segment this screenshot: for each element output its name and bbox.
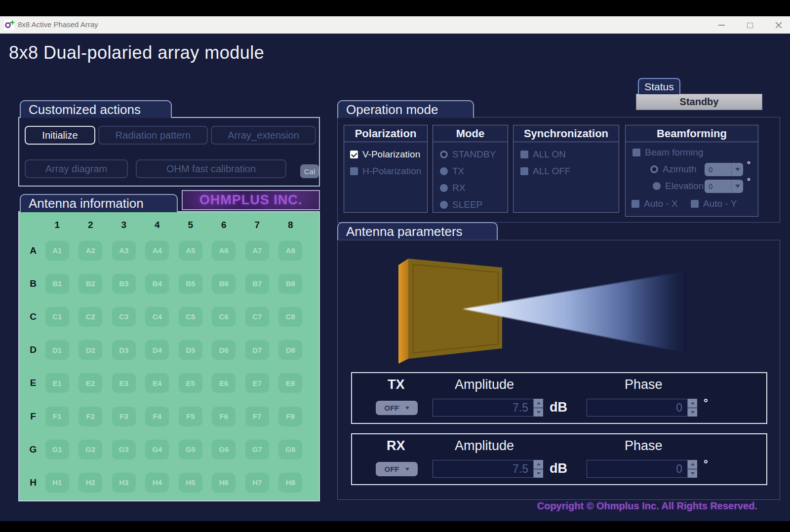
antenna-cell[interactable]: E6 (212, 373, 236, 393)
spin-down-icon[interactable] (688, 469, 697, 478)
v-polarization-option[interactable]: V-Polarization (350, 149, 420, 160)
antenna-cell[interactable]: E8 (278, 373, 302, 393)
antenna-cell[interactable]: F5 (179, 407, 202, 426)
antenna-cell[interactable]: D7 (245, 340, 269, 360)
antenna-cell[interactable]: G1 (45, 440, 69, 459)
antenna-cell[interactable]: C3 (112, 307, 136, 327)
antenna-cell[interactable]: A4 (145, 241, 169, 261)
antenna-cell[interactable]: H3 (112, 473, 136, 493)
azimuth-option[interactable]: Azimuth (650, 164, 697, 175)
radio-selected-icon[interactable] (440, 151, 448, 158)
antenna-cell[interactable]: C5 (179, 307, 202, 327)
elevation-dropdown[interactable]: 0 (705, 180, 743, 193)
auto-y-option[interactable]: Auto - Y (691, 198, 737, 209)
antenna-cell[interactable]: D1 (45, 340, 69, 360)
rx-power-dropdown[interactable]: OFF (376, 462, 418, 476)
mode-option-standby[interactable]: STANDBY (440, 149, 496, 160)
h-polarization-option[interactable]: H-Polarization (350, 166, 421, 177)
antenna-cell[interactable]: D8 (278, 340, 302, 360)
chevron-down-icon[interactable] (731, 163, 743, 176)
antenna-cell[interactable]: F4 (145, 407, 169, 426)
cal-button[interactable]: Cal (300, 164, 319, 178)
antenna-cell[interactable]: F7 (245, 407, 269, 426)
tx-amplitude-input[interactable]: 7.5 (433, 399, 534, 417)
antenna-cell[interactable]: H4 (145, 473, 169, 493)
antenna-cell[interactable]: H8 (278, 473, 302, 493)
spin-up-icon[interactable] (688, 399, 697, 408)
radio-icon[interactable] (440, 201, 448, 209)
antenna-cell[interactable]: A5 (179, 241, 202, 261)
antenna-cell[interactable]: A8 (278, 241, 302, 261)
array-extension-button[interactable]: Array_extension (211, 126, 316, 145)
antenna-cell[interactable]: D5 (179, 340, 202, 360)
antenna-cell[interactable]: B6 (212, 274, 236, 294)
antenna-cell[interactable]: F6 (212, 407, 236, 426)
antenna-cell[interactable]: G7 (245, 440, 269, 459)
tx-phase-input[interactable]: 0 (587, 399, 688, 417)
radio-icon[interactable] (440, 184, 448, 192)
antenna-cell[interactable]: A7 (245, 241, 269, 261)
antenna-cell[interactable]: E2 (79, 373, 102, 393)
mode-option-rx[interactable]: RX (440, 183, 465, 193)
checkbox-icon[interactable] (520, 151, 528, 158)
tx-power-dropdown[interactable]: OFF (376, 401, 418, 415)
antenna-cell[interactable]: H6 (212, 473, 236, 493)
radio-icon[interactable] (440, 167, 448, 175)
antenna-cell[interactable]: B8 (278, 274, 302, 294)
array-diagram-button[interactable]: Array diagram (25, 159, 128, 178)
spin-down-icon[interactable] (688, 408, 697, 417)
radio-icon[interactable] (653, 182, 661, 190)
chevron-down-icon[interactable] (731, 180, 743, 193)
rx-amplitude-input[interactable]: 7.5 (433, 460, 534, 478)
antenna-cell[interactable]: C8 (278, 307, 302, 327)
antenna-cell[interactable]: D3 (112, 340, 136, 360)
checkbox-icon[interactable] (632, 149, 640, 156)
tx-amplitude-spinner[interactable] (534, 399, 543, 417)
all-on-option[interactable]: ALL ON (520, 149, 566, 160)
antenna-cell[interactable]: E5 (179, 373, 202, 393)
elevation-option[interactable]: Elevation (653, 181, 704, 191)
antenna-cell[interactable]: C2 (79, 307, 102, 327)
antenna-cell[interactable]: B2 (79, 274, 102, 294)
antenna-cell[interactable]: E1 (45, 373, 69, 393)
beam-forming-option[interactable]: Beam forming (632, 147, 703, 158)
ohm-fast-calibration-button[interactable]: OHM fast calibration (136, 159, 286, 178)
antenna-cell[interactable]: G6 (212, 440, 236, 459)
spin-up-icon[interactable] (534, 460, 543, 469)
antenna-cell[interactable]: F8 (278, 407, 302, 426)
antenna-cell[interactable]: G3 (112, 440, 136, 459)
mode-option-tx[interactable]: TX (440, 166, 464, 177)
checkbox-icon[interactable] (520, 167, 528, 175)
antenna-cell[interactable]: D2 (79, 340, 102, 360)
antenna-cell[interactable]: E4 (145, 373, 169, 393)
antenna-cell[interactable]: F3 (112, 407, 136, 426)
antenna-cell[interactable]: C1 (45, 307, 69, 327)
rx-phase-input[interactable]: 0 (587, 460, 688, 478)
antenna-cell[interactable]: B3 (112, 274, 136, 294)
minimize-button[interactable] (714, 19, 729, 31)
antenna-cell[interactable]: C4 (145, 307, 169, 327)
antenna-cell[interactable]: A3 (112, 241, 136, 261)
checkbox-icon[interactable] (632, 200, 639, 208)
radio-selected-icon[interactable] (650, 165, 658, 173)
auto-x-option[interactable]: Auto - X (632, 198, 678, 209)
antenna-cell[interactable]: E7 (245, 373, 269, 393)
checkbox-icon[interactable] (350, 167, 358, 175)
checkbox-checked-icon[interactable] (350, 151, 358, 158)
spin-down-icon[interactable] (534, 469, 543, 478)
antenna-cell[interactable]: G5 (179, 440, 202, 459)
antenna-cell[interactable]: G8 (278, 440, 302, 459)
antenna-cell[interactable]: B1 (45, 274, 69, 294)
antenna-cell[interactable]: F1 (45, 407, 69, 426)
spin-up-icon[interactable] (688, 460, 697, 469)
rx-phase-spinner[interactable] (688, 460, 697, 478)
azimuth-dropdown[interactable]: 0 (705, 163, 743, 176)
initialize-button[interactable]: Initialize (25, 126, 95, 145)
antenna-cell[interactable]: A6 (212, 241, 236, 261)
antenna-cell[interactable]: H7 (245, 473, 269, 493)
antenna-cell[interactable]: A1 (45, 241, 69, 261)
spin-up-icon[interactable] (534, 399, 543, 408)
radiation-pattern-button[interactable]: Radiation pattern (98, 126, 208, 145)
antenna-cell[interactable]: D4 (145, 340, 169, 360)
antenna-cell[interactable]: H2 (79, 473, 102, 493)
